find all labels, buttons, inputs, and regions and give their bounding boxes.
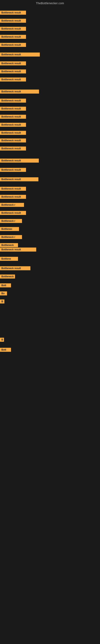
bottleneck-label: Bottleneck result [0, 78, 26, 82]
bottleneck-result-item: Bottleneck result [0, 158, 39, 164]
bottleneck-label: Bottleneck result [0, 27, 26, 31]
bottleneck-result-item: Bott [0, 283, 11, 288]
bottleneck-result-item: B [0, 300, 4, 304]
bottleneck-label: Bottlene [0, 257, 18, 261]
bottleneck-label: Bottleneck result [0, 19, 26, 23]
bottleneck-result-item: Bottleneck result [0, 187, 26, 192]
bottleneck-result-item: Bottleneck [0, 243, 18, 248]
bottleneck-label: Bottleneck result [0, 158, 39, 162]
bottleneck-result-item: Bottleneck result [0, 123, 26, 128]
bottleneck-result-item: Bottleneck result [0, 70, 26, 74]
bottleneck-label: B [0, 300, 4, 304]
bottleneck-result-item: Bottlene [0, 257, 18, 262]
bottleneck-label: B [0, 338, 4, 342]
bottleneck-label: Bo [0, 292, 7, 296]
bottleneck-label: Bottlenec [0, 227, 19, 231]
bottleneck-label: Bottleneck result [0, 168, 26, 172]
bottleneck-label: Bottleneck result [0, 115, 26, 119]
bottleneck-result-item: Bottleneck result [0, 90, 39, 94]
bottleneck-label: Bottleneck result [0, 211, 26, 215]
bottleneck-result-item: Bottleneck r [0, 235, 22, 240]
bottleneck-result-item: Bottleneck result [0, 11, 26, 16]
bottleneck-label: Bottleneck result [0, 187, 26, 191]
bottleneck-label: Bottleneck result [0, 177, 38, 181]
bottleneck-label: Bottleneck r [0, 203, 24, 207]
bottleneck-result-item: Bottleneck result [0, 52, 40, 57]
bottleneck-result-item: Bottleneck result [0, 107, 26, 112]
bottleneck-result-item: Bottleneck result [0, 27, 26, 32]
bottleneck-result-item: Bottleneck [0, 274, 15, 279]
bottleneck-result-item: Bottleneck result [0, 195, 26, 200]
site-title: TheBottlenecker.com [0, 0, 100, 6]
bottleneck-result-item: Bottleneck result [0, 98, 26, 104]
bottleneck-result-item: Bottleneck result [0, 266, 30, 271]
bottleneck-result-item: Bottleneck r [0, 219, 22, 224]
bottleneck-label: Bottleneck result [0, 131, 26, 135]
bottleneck-label: Bott [0, 348, 11, 352]
bottleneck-label: Bottleneck result [0, 146, 26, 150]
bottleneck-label: Bottleneck result [0, 90, 39, 94]
bottleneck-result-item: Bottleneck result [0, 78, 26, 82]
bottleneck-result-item: Bottlenec [0, 227, 19, 232]
bottleneck-label: Bottleneck r [0, 219, 22, 223]
bottleneck-result-item: Bottleneck r [0, 203, 24, 208]
bottleneck-result-item: Bottleneck result [0, 146, 26, 151]
bottleneck-label: Bottleneck result [0, 11, 26, 15]
bottleneck-result-item: Bottleneck result [0, 19, 26, 24]
bottleneck-label: Bottleneck result [0, 266, 30, 270]
bottleneck-result-item: B [0, 338, 4, 342]
bottleneck-label: Bottleneck result [0, 138, 26, 142]
bottleneck-label: Bottleneck result [0, 70, 26, 74]
bottleneck-label: Bottleneck result [0, 35, 26, 39]
bottleneck-label: Bottleneck [0, 243, 18, 247]
bottleneck-result-item: Bott [0, 348, 11, 352]
bottleneck-result-item: Bottleneck result [0, 138, 26, 143]
bottleneck-result-item: Bottleneck result [0, 43, 26, 48]
bottleneck-label: Bottleneck result [0, 43, 26, 47]
bottleneck-result-item: Bottleneck result [0, 62, 26, 66]
bottleneck-result-item: Bo [0, 292, 7, 296]
bottleneck-label: Bottleneck result [0, 62, 26, 66]
bottleneck-result-item: Bottleneck result [0, 248, 36, 252]
bottleneck-label: Bottleneck [0, 274, 15, 278]
bottleneck-result-item: Bottleneck result [0, 35, 26, 40]
bottleneck-result-item: Bottleneck result [0, 177, 38, 182]
bottleneck-label: Bott [0, 283, 11, 288]
bottleneck-label: Bottleneck result [0, 248, 36, 252]
bottleneck-label: Bottleneck result [0, 195, 26, 199]
bottleneck-label: Bottleneck result [0, 52, 40, 56]
bottleneck-label: Bottleneck result [0, 107, 26, 111]
bottleneck-label: Bottleneck result [0, 98, 26, 103]
bottleneck-label: Bottleneck result [0, 123, 26, 127]
bottleneck-result-item: Bottleneck result [0, 115, 26, 120]
bottleneck-result-item: Bottleneck result [0, 211, 26, 216]
bottleneck-result-item: Bottleneck result [0, 131, 26, 136]
bottleneck-result-item: Bottleneck result [0, 168, 26, 173]
bottleneck-label: Bottleneck r [0, 235, 22, 239]
